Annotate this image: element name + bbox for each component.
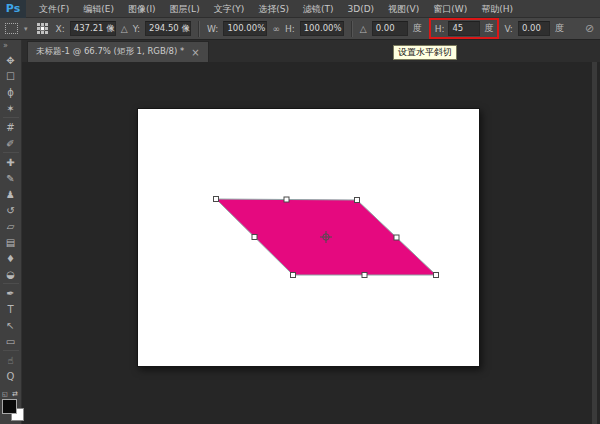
tool-separator	[3, 350, 19, 351]
transform-handle[interactable]	[284, 197, 289, 202]
brush-tool[interactable]: ✎	[1, 170, 21, 186]
gradient-tool[interactable]: ▤	[1, 234, 21, 250]
menu-help[interactable]: 帮助(H)	[474, 0, 520, 18]
menu-type[interactable]: 文字(Y)	[207, 0, 252, 18]
y-label: Y:	[133, 24, 140, 34]
close-icon[interactable]: ×	[191, 47, 199, 58]
document-tab-title: 未标题-1 @ 66.7% (矩形 1, RGB/8) *	[36, 46, 184, 58]
menu-3d[interactable]: 3D(D)	[340, 0, 381, 18]
horizontal-skew-field[interactable]: 45	[448, 21, 480, 36]
tool-separator	[3, 117, 19, 118]
options-separator	[198, 21, 200, 37]
marquee-tool[interactable]: ☐	[1, 68, 21, 84]
lasso-tool[interactable]: ϕ	[1, 84, 21, 100]
height-label: H:	[285, 24, 295, 34]
document-canvas[interactable]	[137, 108, 480, 367]
tool-separator	[3, 152, 19, 153]
skew-h-unit-label: 度	[484, 22, 493, 35]
clone-stamp-tool[interactable]: ♟	[1, 186, 21, 202]
blur-tool[interactable]: ♦	[1, 250, 21, 266]
skew-v-label: V:	[504, 24, 512, 34]
eraser-tool[interactable]: ▱	[1, 218, 21, 234]
default-colors-icon[interactable]: ◱	[2, 390, 8, 397]
tooltip: 设置水平斜切	[393, 45, 457, 60]
width-scale-field[interactable]: 100.00%	[223, 21, 267, 36]
transform-handle[interactable]	[291, 273, 296, 278]
shape-tool[interactable]: ▭	[1, 333, 21, 349]
panel-dock-edge[interactable]	[592, 62, 597, 424]
menu-select[interactable]: 选择(S)	[251, 0, 296, 18]
transform-handle[interactable]	[355, 198, 360, 203]
swap-colors-icon[interactable]: ⇄	[12, 390, 18, 398]
transform-handle[interactable]	[214, 197, 219, 202]
transform-overlay	[138, 109, 479, 366]
width-label: W:	[207, 24, 218, 34]
link-dimensions-icon[interactable]: ∞	[272, 24, 280, 34]
collapse-panel-icon[interactable]: »	[0, 40, 21, 52]
type-tool[interactable]: T	[1, 301, 21, 317]
tool-separator	[3, 283, 19, 284]
cancel-transform-icon[interactable]: ⊘	[585, 22, 595, 35]
vertical-skew-field[interactable]: 0.00	[518, 21, 550, 36]
foreground-color-swatch[interactable]	[2, 399, 17, 414]
menu-window[interactable]: 窗口(W)	[426, 0, 474, 18]
color-swatches: ◱ ⇄	[0, 390, 22, 424]
hand-tool[interactable]: ☝	[1, 352, 21, 368]
transform-handle[interactable]	[252, 235, 257, 240]
eyedropper-tool[interactable]: ✐	[1, 135, 21, 151]
skew-v-unit-label: 度	[555, 22, 564, 35]
x-position-field[interactable]: 437.21 像素	[70, 21, 116, 36]
options-separator	[351, 21, 353, 37]
height-scale-field[interactable]: 100.00%	[300, 21, 344, 36]
crop-tool[interactable]: #	[1, 119, 21, 135]
pen-tool[interactable]: ✒	[1, 285, 21, 301]
move-tool[interactable]: ✥	[1, 52, 21, 68]
rotate-angle-icon: △	[360, 24, 367, 34]
menu-edit[interactable]: 编辑(E)	[76, 0, 121, 18]
menu-view[interactable]: 视图(V)	[381, 0, 426, 18]
magic-wand-tool[interactable]: ✶	[1, 100, 21, 116]
y-position-field[interactable]: 294.50 像素	[145, 21, 191, 36]
rotate-unit-label: 度	[413, 22, 422, 35]
photoshop-logo: Ps	[0, 0, 26, 18]
dodge-tool[interactable]: ◒	[1, 266, 21, 282]
workspace-pasteboard	[22, 62, 600, 424]
document-tab[interactable]: 未标题-1 @ 66.7% (矩形 1, RGB/8) * ×	[27, 41, 209, 62]
tools-panel: » ✥ ☐ ϕ ✶ # ✐ ✚ ✎ ♟ ↺ ▱ ▤ ♦ ◒ ✒ T ↖ ▭ ☝ …	[0, 40, 22, 424]
document-tab-bar: 未标题-1 @ 66.7% (矩形 1, RGB/8) * ×	[22, 40, 600, 62]
skew-h-label: H:	[435, 24, 445, 34]
zoom-tool[interactable]: Q	[1, 368, 21, 384]
transform-handle[interactable]	[394, 235, 399, 240]
x-label: X:	[56, 24, 65, 34]
menu-filter[interactable]: 滤镜(T)	[296, 0, 341, 18]
menu-bar: Ps 文件(F) 编辑(E) 图像(I) 图层(L) 文字(Y) 选择(S) 滤…	[0, 0, 600, 18]
rotate-angle-field[interactable]: 0.00	[372, 21, 408, 36]
transform-handle[interactable]	[434, 273, 439, 278]
path-selection-tool[interactable]: ↖	[1, 317, 21, 333]
highlight-box: H: 45 度	[429, 18, 500, 39]
transform-handle[interactable]	[362, 273, 367, 278]
history-brush-tool[interactable]: ↺	[1, 202, 21, 218]
tool-preset-caret-icon[interactable]: ▾	[24, 25, 28, 33]
menu-layer[interactable]: 图层(L)	[163, 0, 207, 18]
menu-image[interactable]: 图像(I)	[121, 0, 163, 18]
transform-options-bar: ▾ X: 437.21 像素 △ Y: 294.50 像素 W: 100.00%…	[0, 18, 600, 40]
menu-file[interactable]: 文件(F)	[32, 0, 76, 18]
relative-positioning-icon[interactable]: △	[121, 24, 128, 34]
healing-brush-tool[interactable]: ✚	[1, 154, 21, 170]
tool-preset-icon[interactable]	[5, 23, 18, 34]
reference-point-locator[interactable]	[37, 23, 49, 35]
